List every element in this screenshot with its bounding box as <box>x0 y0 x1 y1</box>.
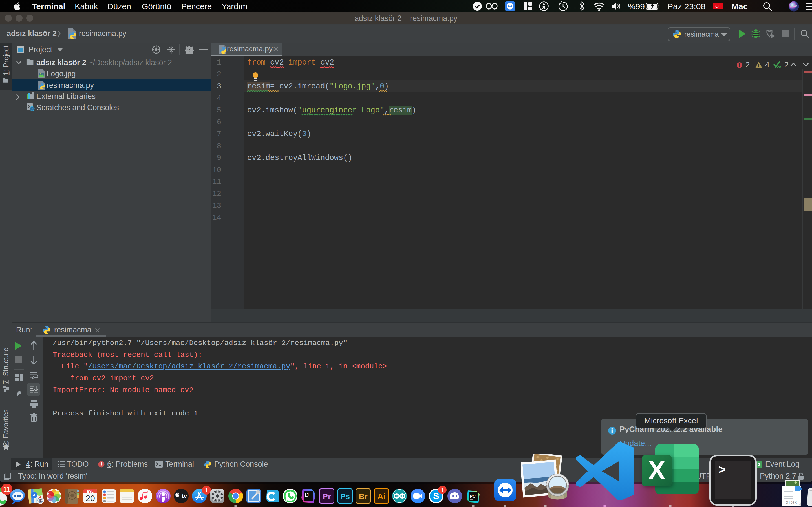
svg-text:11: 11 <box>3 485 10 493</box>
svg-text:2: 2 <box>758 462 760 467</box>
svg-text:3D: 3D <box>38 499 42 502</box>
svg-text:Ai: Ai <box>377 492 386 501</box>
svg-text:PC: PC <box>470 494 476 499</box>
svg-text:EYL: EYL <box>87 490 93 494</box>
svg-text:Br: Br <box>359 492 367 501</box>
svg-text:1: 1 <box>205 487 208 494</box>
svg-text:IJ: IJ <box>305 493 309 498</box>
svg-text:tv: tv <box>182 493 187 499</box>
svg-text:Ps: Ps <box>340 492 350 501</box>
svg-text:20: 20 <box>86 494 95 503</box>
svg-text:Pr: Pr <box>322 492 331 501</box>
svg-text:1: 1 <box>441 487 444 493</box>
svg-text:XLSX: XLSX <box>786 500 797 505</box>
